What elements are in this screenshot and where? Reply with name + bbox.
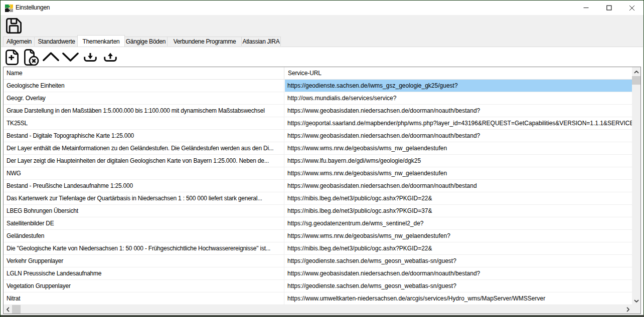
service-url-cell[interactable]: https://www.wms.nrw.de/geobasis/wms_nw_g… bbox=[285, 142, 632, 154]
table-row[interactable]: Vegetation Gruppenlayer https://geodiens… bbox=[4, 280, 632, 292]
chevron-down-icon bbox=[62, 52, 79, 62]
name-cell[interactable]: Die "Geologische Karte von Niedersachsen… bbox=[4, 242, 284, 254]
table-row[interactable]: LGLN Preussische Landesaufnahme https://… bbox=[4, 267, 632, 280]
table-row[interactable]: Verkehr Gruppenlayer https://geodienste.… bbox=[4, 255, 632, 267]
table-row[interactable]: Bestand - Digitale Topographische Karte … bbox=[4, 130, 632, 142]
name-cell[interactable]: LBEG Bohrungen Übersicht bbox=[4, 205, 284, 217]
scroll-up-icon bbox=[634, 71, 639, 74]
name-cell[interactable]: Verkehr Gruppenlayer bbox=[4, 255, 284, 267]
window-bottom-edge bbox=[1, 315, 644, 317]
name-cell[interactable]: Geländestufen bbox=[4, 230, 284, 242]
tab[interactable]: Atlassian JIRA bbox=[241, 37, 281, 46]
table-row[interactable]: Nitrat https://www.umweltkarten-niedersa… bbox=[4, 292, 632, 305]
table-row[interactable]: Bestand - Preußische Landesaufnahme 1:25… bbox=[4, 180, 632, 192]
name-cell[interactable]: Graue Darstellung in den Maßstäben 1:5.0… bbox=[4, 105, 284, 117]
service-url-cell[interactable]: https://www.geobasisdaten.niedersachsen.… bbox=[285, 105, 632, 117]
table-row[interactable]: Satellitenbilder DE https://sg.geodatenz… bbox=[4, 217, 632, 230]
save-icon bbox=[6, 18, 22, 34]
table-body: Geologische Einheiten https://geodienste… bbox=[4, 80, 632, 305]
service-url-cell[interactable]: https://nibis.lbeg.de/net3/public/ogc.as… bbox=[285, 242, 632, 254]
vertical-scrollbar[interactable] bbox=[632, 67, 640, 305]
scroll-right-button[interactable] bbox=[623, 305, 632, 313]
name-cell[interactable]: Der Layer enthält die Metainformationen … bbox=[4, 142, 284, 154]
tab-label: Gängige Böden bbox=[126, 38, 166, 45]
service-url-cell[interactable]: https://nibis.lbeg.de/net3/public/ogc.as… bbox=[285, 192, 632, 204]
table-row[interactable]: Das Kartenwerk zur Tiefenlage der Quartä… bbox=[4, 192, 632, 205]
service-url-cell[interactable]: https://nibis.lbeg.de/net3/public/ogc.as… bbox=[285, 205, 632, 217]
move-up-button[interactable] bbox=[43, 52, 59, 62]
table-row[interactable]: TK25SL https://geoportal.saarland.de/map… bbox=[4, 117, 632, 130]
minimize-icon bbox=[583, 5, 589, 11]
vertical-scrollbar-thumb[interactable] bbox=[632, 76, 640, 85]
name-cell[interactable]: Das Kartenwerk zur Tiefenlage der Quartä… bbox=[4, 192, 284, 204]
name-cell[interactable]: Satellitenbilder DE bbox=[4, 217, 284, 229]
tab[interactable]: Gängige Böden bbox=[123, 37, 168, 46]
scroll-down-button[interactable] bbox=[632, 296, 640, 305]
table-row[interactable]: Graue Darstellung in den Maßstäben 1:5.0… bbox=[4, 105, 632, 117]
name-cell[interactable]: Nitrat bbox=[4, 292, 284, 304]
table-row[interactable]: Der Layer zeigt die Haupteinheiten der d… bbox=[4, 155, 632, 167]
settings-window: Einstellungen Allgemein Standardwerte Th… bbox=[0, 0, 644, 317]
tab[interactable]: Verbundene Programme bbox=[167, 37, 242, 46]
service-url-cell[interactable]: https://www.geobasisdaten.niedersachsen.… bbox=[285, 267, 632, 279]
add-entry-button[interactable] bbox=[6, 50, 19, 65]
service-url-cell[interactable]: https://www.umweltkarten-niedersachsen.d… bbox=[285, 292, 632, 304]
name-cell[interactable]: Vegetation Gruppenlayer bbox=[4, 280, 284, 292]
name-cell[interactable]: Bestand - Digitale Topographische Karte … bbox=[4, 130, 284, 142]
service-url-cell[interactable]: https://www.geobasisdaten.niedersachsen.… bbox=[285, 130, 632, 142]
download-icon bbox=[84, 53, 97, 62]
tab[interactable]: Standardwerte bbox=[34, 37, 79, 46]
name-cell[interactable]: Geologische Einheiten bbox=[4, 80, 284, 92]
scroll-left-button[interactable] bbox=[4, 305, 12, 313]
name-cell[interactable]: LGLN Preussische Landesaufnahme bbox=[4, 267, 284, 279]
name-cell[interactable]: NWG bbox=[4, 167, 284, 179]
service-url-cell[interactable]: https://geodienste.sachsen.de/wms_geosn_… bbox=[285, 255, 632, 267]
column-header-service-url[interactable]: Service-URL bbox=[285, 67, 632, 79]
delete-document-icon bbox=[24, 49, 39, 66]
service-table: Name Service-URL Geologische Einheiten h… bbox=[3, 67, 641, 314]
service-url-cell[interactable]: https://www.wms.nrw.de/geobasis/wms_nw_g… bbox=[285, 230, 632, 242]
tab[interactable]: Themenkarten bbox=[77, 35, 125, 47]
minimize-button[interactable] bbox=[574, 1, 597, 15]
table-row[interactable]: Die "Geologische Karte von Niedersachsen… bbox=[4, 242, 632, 255]
delete-entry-button[interactable] bbox=[24, 49, 39, 66]
name-cell[interactable]: TK25SL bbox=[4, 117, 284, 129]
name-cell[interactable]: Bestand - Preußische Landesaufnahme 1:25… bbox=[4, 180, 284, 192]
table-row[interactable]: Der Layer enthält die Metainformationen … bbox=[4, 142, 632, 155]
table-row[interactable]: Geologische Einheiten https://geodienste… bbox=[4, 80, 632, 92]
service-url-cell[interactable]: https://sg.geodatenzentrum.de/wms_sentin… bbox=[285, 217, 632, 229]
chevron-up-icon bbox=[43, 52, 59, 62]
column-header-name[interactable]: Name bbox=[4, 67, 284, 79]
name-cell[interactable]: Geogr. Overlay bbox=[4, 92, 284, 104]
table-row[interactable]: NWG https://www.wms.nrw.de/geobasis/wms_… bbox=[4, 167, 632, 180]
service-url-cell[interactable]: https://geoportal.saarland.de/mapbender/… bbox=[285, 117, 632, 129]
download-button[interactable] bbox=[84, 53, 97, 62]
move-down-button[interactable] bbox=[62, 52, 79, 62]
service-url-cell[interactable]: https://www.wms.nrw.de/geobasis/wms_nw_g… bbox=[285, 167, 632, 179]
titlebar: Einstellungen bbox=[1, 1, 643, 15]
service-url-cell[interactable]: https://www.lfu.bayern.de/gdi/wms/geolog… bbox=[285, 155, 632, 167]
table-row[interactable]: Geländestufen https://www.wms.nrw.de/geo… bbox=[4, 230, 632, 242]
scroll-up-button[interactable] bbox=[632, 67, 640, 76]
tab-page-themenkarten: Name Service-URL Geologische Einheiten h… bbox=[1, 47, 643, 315]
horizontal-scrollbar-thumb[interactable] bbox=[12, 305, 21, 313]
table-row[interactable]: Geogr. Overlay http://ows.mundialis.de/s… bbox=[4, 92, 632, 105]
service-url-cell[interactable]: http://ows.mundialis.de/services/service… bbox=[285, 92, 632, 104]
table-header: Name Service-URL bbox=[4, 67, 632, 80]
tab[interactable]: Allgemein bbox=[3, 37, 35, 46]
upload-button[interactable] bbox=[104, 53, 117, 62]
add-document-icon bbox=[6, 50, 19, 65]
name-cell[interactable]: Der Layer zeigt die Haupteinheiten der d… bbox=[4, 155, 284, 167]
window-title: Einstellungen bbox=[16, 1, 50, 15]
service-url-cell[interactable]: https://geodienste.sachsen.de/wms_geosn_… bbox=[285, 280, 632, 292]
scroll-down-icon bbox=[634, 299, 639, 302]
service-url-cell[interactable]: https://geodienste.sachsen.de/iwms_gsz_g… bbox=[285, 80, 632, 92]
app-icon bbox=[5, 5, 13, 12]
horizontal-scrollbar[interactable] bbox=[4, 305, 640, 313]
save-button[interactable] bbox=[6, 18, 22, 34]
maximize-button[interactable] bbox=[597, 1, 620, 15]
close-button[interactable] bbox=[620, 1, 643, 15]
service-url-cell[interactable]: https://www.geobasisdaten.niedersachsen.… bbox=[285, 180, 632, 192]
tab-label: Allgemein bbox=[7, 38, 32, 45]
table-row[interactable]: LBEG Bohrungen Übersicht https://nibis.l… bbox=[4, 205, 632, 217]
